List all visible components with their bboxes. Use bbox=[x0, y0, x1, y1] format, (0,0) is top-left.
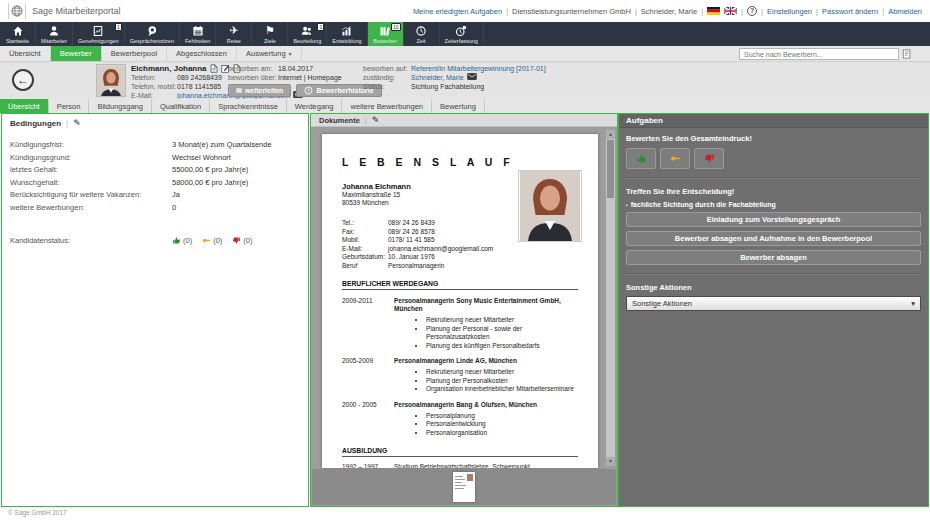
edit-documents-icon[interactable]: ✎ bbox=[372, 115, 380, 125]
nav-tab-bewerber[interactable]: 10 Bewerber bbox=[368, 22, 404, 46]
nav-tab-ziele[interactable]: ⚑ Ziele bbox=[252, 22, 288, 46]
scrollbar-thumb[interactable] bbox=[607, 140, 614, 198]
application-meta-block: beworben am:18.04.2017 beworben über:Int… bbox=[228, 64, 342, 82]
rate-positive-button[interactable] bbox=[626, 148, 656, 169]
link-logout[interactable]: Abmelden bbox=[888, 7, 922, 16]
nav-tab-label: Fehlzeiten bbox=[185, 38, 210, 44]
condition-value: 0 bbox=[172, 202, 176, 215]
tab-person[interactable]: Person bbox=[49, 99, 90, 113]
document-icon[interactable] bbox=[210, 64, 218, 73]
nav-tab-label: Beurteilung bbox=[293, 38, 321, 44]
subtab-label: Bewerber bbox=[60, 49, 92, 58]
cv-contact-label: Fax: bbox=[342, 228, 388, 237]
cv-heading: L E B E N S L A U F bbox=[342, 156, 578, 168]
search-action-icon[interactable] bbox=[902, 49, 912, 59]
flag-german-icon[interactable] bbox=[707, 7, 720, 15]
nav-tab-startseite[interactable]: Startseite bbox=[0, 22, 36, 46]
tasks-title: Aufgaben bbox=[626, 116, 663, 125]
subtab-bewerber[interactable]: Bewerber bbox=[51, 46, 102, 61]
responsible-link[interactable]: Schneider, Marie bbox=[411, 73, 464, 82]
invite-interview-button[interactable]: Einladung zum Vorstellungsgespräch bbox=[626, 212, 921, 227]
candidate-name: Eichmann, Johanna bbox=[131, 64, 207, 73]
forward-button[interactable]: ✉weiterleiten bbox=[228, 84, 291, 97]
reject-button[interactable]: Bewerber absagen bbox=[626, 250, 921, 265]
reject-and-pool-button[interactable]: Bewerber absagen und Aufnahme in den Bew… bbox=[626, 231, 921, 246]
nav-tab-mitarbeiter[interactable]: Mitarbeiter bbox=[36, 22, 73, 46]
flag-english-icon[interactable] bbox=[724, 7, 737, 15]
cv-bullet: Organisation innerbetrieblicher Mitarbei… bbox=[426, 385, 578, 394]
link-done-tasks[interactable]: Meine erledigten Aufgaben bbox=[413, 7, 502, 16]
airplane-icon: ✈ bbox=[229, 25, 238, 37]
tab-werdegang[interactable]: Werdegang bbox=[287, 99, 343, 113]
link-change-password[interactable]: Passwort ändern bbox=[822, 7, 878, 16]
calendar-icon bbox=[192, 25, 204, 37]
subtab-auswertung[interactable]: Auswertung▾ bbox=[237, 46, 302, 61]
candidate-mobile: 0178 1141585 bbox=[177, 82, 221, 91]
tab-sprachkenntnisse[interactable]: Sprachkenntnisse bbox=[210, 99, 287, 113]
rate-negative-button[interactable] bbox=[694, 148, 724, 169]
sage-logo-icon bbox=[8, 3, 26, 19]
chevron-down-icon: ▾ bbox=[289, 50, 292, 57]
cv-job-title: Personalmanagerin Linde AG, München bbox=[394, 357, 517, 365]
nav-tab-entwicklung[interactable]: Entwicklung bbox=[327, 22, 367, 46]
nav-tab-gespraechsnotizen[interactable]: Gesprächsnotizen bbox=[125, 22, 180, 46]
candidate-status-label: Kandidatenstatus: bbox=[10, 236, 172, 245]
cv-edu-value: Studium Betriebswirtschaftslehre, Schwer… bbox=[394, 463, 578, 468]
scroll-up-arrow[interactable]: ▲ bbox=[606, 130, 615, 139]
vacancy-link[interactable]: Referent/in Mitarbeitergewinnung [2017-0… bbox=[411, 64, 546, 73]
cv-bullet: Personalplanung bbox=[426, 412, 578, 421]
field-label: Status: bbox=[363, 82, 411, 91]
candidate-header: ← Eichmann, Johanna Telefon:089 24268439… bbox=[0, 62, 930, 99]
nav-tab-zeiterfassung[interactable]: Zeiterfassung bbox=[440, 22, 484, 46]
cv-bullet: Personalentwicklung bbox=[426, 420, 578, 429]
separator: | bbox=[882, 7, 884, 16]
search-input[interactable] bbox=[739, 48, 899, 60]
link-settings[interactable]: Einstellungen bbox=[767, 7, 812, 16]
candidate-status-row: Kandidatenstatus: (0) (0) (0) bbox=[10, 236, 300, 245]
other-actions-select[interactable]: Sonstige Aktionen ▾ bbox=[626, 296, 921, 311]
subtab-label: Übersicht bbox=[9, 49, 41, 58]
cv-section-title: AUSBILDUNG bbox=[342, 447, 578, 457]
tab-qualifikation[interactable]: Qualifikation bbox=[152, 99, 210, 113]
rate-neutral-button[interactable] bbox=[660, 148, 690, 169]
condition-row: Kündigungsgrund:Wechsel Wohnort bbox=[10, 152, 300, 165]
app-title: Sage Mitarbeiterportal bbox=[32, 6, 121, 16]
nav-tab-genehmigungen[interactable]: 1 Genehmigungen bbox=[73, 22, 125, 46]
tab-weitere-bewerbungen[interactable]: weitere Bewerbungen bbox=[342, 99, 432, 113]
cv-photo bbox=[518, 170, 582, 242]
nav-tab-reise[interactable]: ✈ Reise bbox=[216, 22, 252, 46]
tab-bildungsgang[interactable]: Bildungsgang bbox=[89, 99, 151, 113]
cv-job: 2000 - 2005Personalmanagerin Bang & Oluf… bbox=[342, 401, 578, 409]
document-scrollbar[interactable]: ▲ ▼ bbox=[606, 130, 615, 466]
edit-conditions-icon[interactable]: ✎ bbox=[73, 118, 81, 128]
cv-job-title: Personalmanagerin Bang & Olufsen, Münche… bbox=[394, 401, 537, 409]
tab-uebersicht[interactable]: Übersicht bbox=[0, 99, 49, 113]
condition-row: Kündigungsfrist:3 Monat(e) zum Quartalse… bbox=[10, 139, 300, 152]
scroll-down-arrow[interactable]: ▼ bbox=[606, 457, 615, 466]
back-button[interactable]: ← bbox=[12, 69, 34, 91]
separator: | bbox=[635, 7, 637, 16]
field-label: Telefon, mobil: bbox=[131, 82, 177, 91]
separator: | bbox=[761, 7, 763, 16]
user-links: Meine erledigten Aufgaben| Dienstleistun… bbox=[413, 6, 922, 16]
nav-tab-fehlzeiten[interactable]: Fehlzeiten bbox=[180, 22, 216, 46]
mail-chip-icon[interactable] bbox=[467, 73, 477, 82]
subtab-uebersicht[interactable]: Übersicht bbox=[0, 46, 51, 61]
field-label: Telefon: bbox=[131, 73, 177, 82]
tab-bewertung[interactable]: Bewertung bbox=[432, 99, 485, 113]
help-icon[interactable]: ? bbox=[747, 6, 757, 16]
nav-tab-beurteilung[interactable]: 1 Beurteilung bbox=[288, 22, 327, 46]
subtab-bewerberpool[interactable]: Bewerberpool bbox=[102, 46, 167, 61]
tasks-panel: Aufgaben Bewerten Sie den Gesamteindruck… bbox=[618, 113, 929, 507]
tab-label: Bewertung bbox=[440, 102, 476, 111]
documents-title: Dokumente bbox=[319, 116, 360, 125]
nav-tab-zeit[interactable]: Zeit bbox=[404, 22, 440, 46]
page-thumbnail[interactable] bbox=[453, 472, 475, 502]
search-area bbox=[739, 48, 912, 60]
condition-label: weitere Bewerbungen: bbox=[10, 202, 172, 215]
separator: | bbox=[816, 7, 818, 16]
documents-panel: Dokumente | ✎ L E B E N S L A U F Johann… bbox=[310, 113, 618, 507]
cv-section-title: BERUFLICHER WERDEGANG bbox=[342, 280, 578, 290]
cv-bullet: Planung des künftigen Personalbedarfs bbox=[426, 342, 578, 351]
subtab-abgeschlossen[interactable]: Abgeschlossen bbox=[167, 46, 237, 61]
